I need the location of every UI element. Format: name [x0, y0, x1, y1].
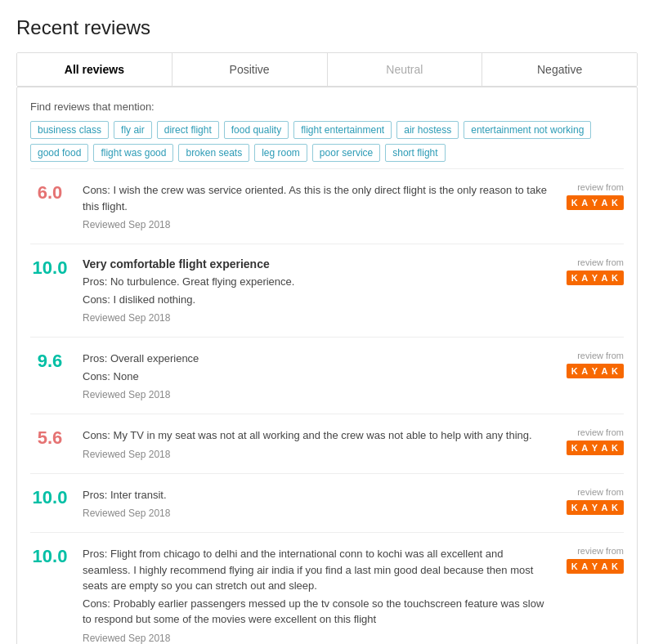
review-date: Reviewed Sep 2018	[83, 449, 553, 460]
review-date: Reviewed Sep 2018	[83, 633, 553, 644]
review-score: 10.0	[30, 257, 69, 279]
review-content: Pros: Flight from chicago to delhi and t…	[83, 546, 553, 644]
tags-row1: business classfly airdirect flightfood q…	[30, 121, 624, 139]
review-pros: Pros: Flight from chicago to delhi and t…	[83, 546, 553, 594]
review-from-label: review from	[567, 351, 624, 360]
review-source: review fromK A Y A K	[567, 427, 624, 455]
review-cons: Cons: Probably earlier passengers messed…	[83, 596, 553, 628]
tag-good-food[interactable]: good food	[30, 144, 88, 162]
review-source: review fromK A Y A K	[567, 487, 624, 515]
page-container: Recent reviews All reviewsPositiveNeutra…	[8, 16, 646, 644]
tag-business-class[interactable]: business class	[30, 121, 109, 139]
review-cons: Cons: I disliked nothing.	[83, 292, 553, 308]
review-item: 6.0Cons: I wish the crew was service ori…	[30, 168, 624, 244]
review-cons: Cons: None	[83, 369, 553, 385]
review-source: review fromK A Y A K	[567, 257, 624, 285]
review-content: Very comfortable flight experiencePros: …	[83, 257, 553, 324]
review-title: Very comfortable flight experience	[83, 257, 553, 271]
review-score: 10.0	[30, 546, 69, 567]
review-content: Cons: I wish the crew was service orient…	[83, 182, 553, 230]
review-source: review fromK A Y A K	[567, 546, 624, 574]
mention-label: Find reviews that mention:	[30, 101, 624, 113]
review-score: 9.6	[30, 351, 69, 372]
kayak-badge: K A Y A K	[567, 441, 624, 455]
tag-flight-entertainment[interactable]: flight entertainment	[293, 121, 392, 139]
tag-direct-flight[interactable]: direct flight	[157, 121, 219, 139]
review-date: Reviewed Sep 2018	[83, 508, 553, 519]
review-source: review fromK A Y A K	[567, 351, 624, 378]
review-date: Reviewed Sep 2018	[83, 312, 553, 324]
review-from-label: review from	[567, 427, 624, 437]
kayak-badge: K A Y A K	[567, 500, 624, 515]
review-from-label: review from	[567, 182, 624, 192]
tags-row2: good foodflight was goodbroken seatsleg …	[30, 144, 624, 162]
review-source: review fromK A Y A K	[567, 182, 624, 210]
page-title: Recent reviews	[16, 16, 638, 39]
tag-entertainment-not-working[interactable]: entertainment not working	[464, 121, 591, 139]
tag-food-quality[interactable]: food quality	[224, 121, 289, 139]
review-from-label: review from	[567, 487, 624, 497]
tag-leg-room[interactable]: leg room	[254, 144, 307, 162]
kayak-badge: K A Y A K	[567, 271, 624, 285]
review-item: 10.0Very comfortable flight experiencePr…	[30, 244, 624, 337]
review-from-label: review from	[567, 546, 624, 556]
kayak-badge: K A Y A K	[567, 195, 624, 210]
review-cons: Cons: I wish the crew was service orient…	[83, 182, 553, 214]
reviews-list: 6.0Cons: I wish the crew was service ori…	[30, 168, 624, 644]
review-pros: Pros: Inter transit.	[83, 487, 553, 503]
tag-poor-service[interactable]: poor service	[312, 144, 380, 162]
review-box: Find reviews that mention: business clas…	[16, 87, 638, 644]
review-item: 10.0Pros: Inter transit.Reviewed Sep 201…	[30, 473, 624, 533]
review-from-label: review from	[567, 257, 624, 267]
review-pros: Pros: Overall experience	[83, 351, 553, 367]
review-cons: Cons: My TV in my seat was not at all wo…	[83, 427, 553, 444]
review-date: Reviewed Sep 2018	[83, 389, 553, 400]
review-item: 10.0Pros: Flight from chicago to delhi a…	[30, 532, 624, 644]
tag-flight-was-good[interactable]: flight was good	[93, 144, 173, 162]
tag-air-hostess[interactable]: air hostess	[396, 121, 459, 139]
review-date: Reviewed Sep 2018	[83, 219, 553, 230]
tabs-bar: All reviewsPositiveNeutralNegative	[16, 52, 638, 87]
tag-broken-seats[interactable]: broken seats	[178, 144, 249, 162]
review-score: 10.0	[30, 487, 69, 508]
review-content: Pros: Overall experienceCons: NoneReview…	[83, 351, 553, 400]
review-content: Cons: My TV in my seat was not at all wo…	[83, 427, 553, 460]
kayak-badge: K A Y A K	[567, 364, 624, 378]
tab-negative[interactable]: Negative	[482, 53, 637, 86]
review-score: 5.6	[30, 427, 69, 449]
review-pros: Pros: No turbulence. Great flying experi…	[83, 274, 553, 290]
kayak-badge: K A Y A K	[567, 559, 624, 574]
tag-short-flight[interactable]: short flight	[385, 144, 445, 162]
tab-neutral[interactable]: Neutral	[328, 53, 483, 86]
review-content: Pros: Inter transit.Reviewed Sep 2018	[83, 487, 553, 520]
tag-fly-air[interactable]: fly air	[114, 121, 152, 139]
tab-all[interactable]: All reviews	[17, 53, 172, 86]
review-item: 9.6Pros: Overall experienceCons: NoneRev…	[30, 337, 624, 414]
review-item: 5.6Cons: My TV in my seat was not at all…	[30, 414, 624, 473]
tab-positive[interactable]: Positive	[172, 53, 328, 86]
review-score: 6.0	[30, 182, 69, 203]
